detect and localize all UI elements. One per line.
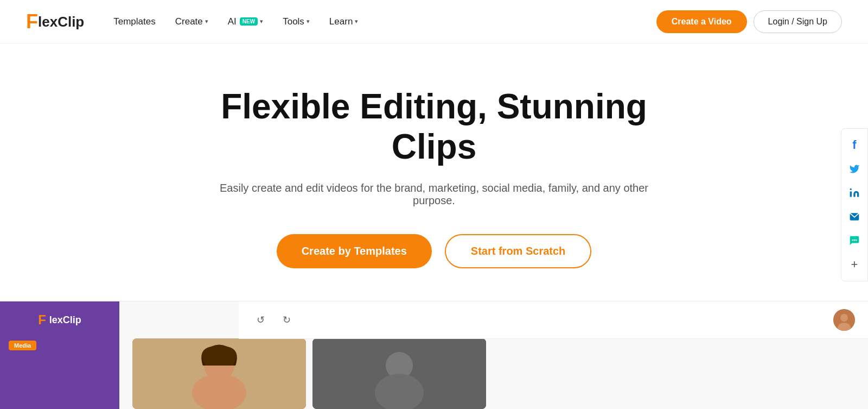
svg-point-13 — [854, 239, 856, 241]
twitter-icon[interactable] — [845, 159, 864, 179]
video-thumbnail-1[interactable] — [132, 338, 306, 409]
logo-text: lexClip — [38, 15, 84, 29]
thumb-svg-2 — [312, 338, 486, 409]
email-icon[interactable] — [845, 207, 864, 226]
ai-label: AI — [228, 16, 237, 27]
editor-logo: F lexClip — [38, 312, 81, 328]
hero-buttons: Create by Templates Start from Scratch — [277, 234, 592, 268]
linkedin-svg — [849, 187, 860, 198]
ai-new-badge: NEW — [240, 17, 258, 26]
chat-icon[interactable] — [845, 231, 864, 250]
create-by-templates-button[interactable]: Create by Templates — [277, 234, 432, 268]
nav-tools[interactable]: Tools ▾ — [275, 12, 317, 32]
editor-sidebar: F lexClip Media — [0, 301, 119, 409]
nav-learn[interactable]: Learn ▾ — [322, 12, 366, 32]
editor-preview: F lexClip Media ↺ ↻ — [0, 301, 868, 409]
more-icon[interactable]: + — [845, 255, 864, 274]
tools-chevron-icon: ▾ — [307, 18, 310, 25]
logo[interactable]: F lexClip — [26, 12, 84, 32]
logo-f: F — [26, 12, 38, 32]
nav-right: Create a Video Login / Sign Up — [656, 10, 842, 33]
redo-button[interactable]: ↻ — [278, 311, 295, 329]
hero-subtitle: Easily create and edit videos for the br… — [217, 182, 651, 207]
chat-svg — [848, 235, 860, 247]
learn-chevron-icon: ▾ — [355, 18, 358, 25]
hero-title: Flexible Editing, Stunning Clips — [190, 87, 678, 167]
plus-sign: + — [851, 257, 858, 272]
svg-rect-9 — [312, 338, 486, 409]
svg-point-1 — [840, 314, 848, 322]
nav-templates[interactable]: Templates — [106, 12, 163, 32]
create-label: Create — [175, 16, 203, 27]
email-svg — [849, 211, 860, 222]
video-thumbnail-2[interactable] — [312, 338, 486, 409]
avatar-image — [833, 309, 855, 331]
hero-section: Flexible Editing, Stunning Clips Easily … — [0, 43, 868, 301]
login-button[interactable]: Login / Sign Up — [754, 10, 842, 33]
create-video-button[interactable]: Create a Video — [656, 10, 747, 33]
facebook-letter: f — [852, 138, 856, 152]
thumb-svg-1 — [132, 338, 306, 409]
navbar: F lexClip Templates Create ▾ AI NEW ▾ To… — [0, 0, 868, 43]
svg-point-10 — [850, 188, 852, 190]
thumb-image-2 — [312, 338, 486, 409]
social-sidebar: f + — [841, 128, 868, 281]
svg-point-14 — [856, 239, 857, 241]
ai-chevron-icon: ▾ — [260, 18, 263, 25]
nav-create[interactable]: Create ▾ — [168, 12, 216, 32]
twitter-svg — [849, 163, 860, 174]
undo-button[interactable]: ↺ — [252, 311, 269, 329]
templates-label: Templates — [113, 16, 155, 27]
thumb-image-1 — [132, 338, 306, 409]
start-from-scratch-button[interactable]: Start from Scratch — [445, 234, 592, 268]
learn-label: Learn — [329, 16, 353, 27]
editor-logo-text: lexClip — [49, 314, 81, 326]
user-avatar — [833, 309, 855, 331]
editor-toolbar: ↺ ↻ — [239, 301, 868, 339]
nav-ai[interactable]: AI NEW ▾ — [220, 12, 271, 32]
create-chevron-icon: ▾ — [205, 18, 208, 25]
linkedin-icon[interactable] — [845, 183, 864, 203]
tools-label: Tools — [283, 16, 304, 27]
facebook-icon[interactable]: f — [845, 135, 864, 155]
editor-logo-f: F — [38, 312, 46, 328]
nav-items: Templates Create ▾ AI NEW ▾ Tools ▾ Lear… — [106, 12, 656, 32]
editor-media-badge: Media — [9, 341, 36, 350]
svg-point-12 — [852, 239, 853, 241]
